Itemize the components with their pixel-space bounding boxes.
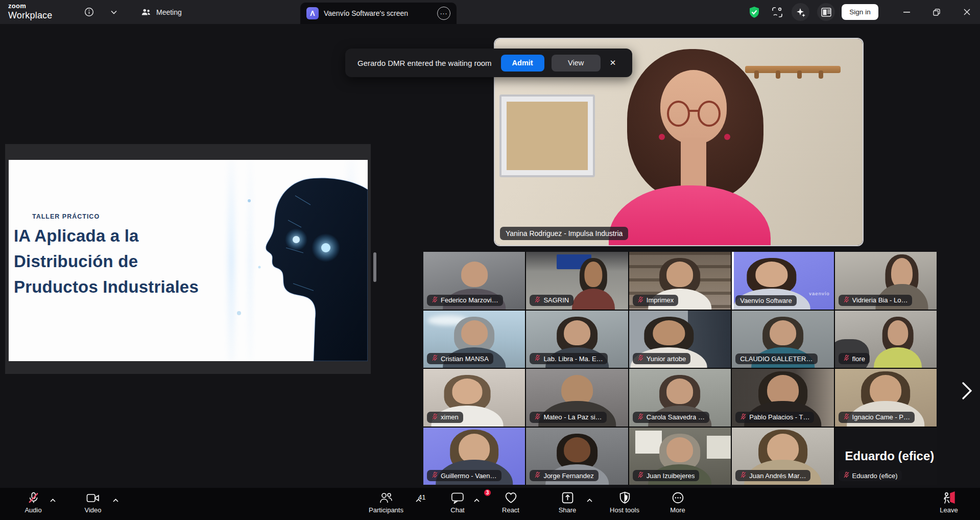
slide-title-line3: Pruductos Industriales xyxy=(14,274,199,300)
participants-options-chevron[interactable] xyxy=(416,495,421,504)
restore-button[interactable] xyxy=(925,0,948,24)
admit-button[interactable]: Admit xyxy=(501,55,544,72)
participant-name-pill: Lab. Libra - Ma. E… xyxy=(530,353,607,364)
participant-name-pill: Jorge Fernandez xyxy=(530,470,598,481)
muted-mic-icon xyxy=(534,413,541,421)
next-page-chevron-icon[interactable] xyxy=(957,379,977,403)
participant-name: Cristian MANSA xyxy=(441,355,489,363)
participants-grid: Federico Marzovi…SAGRINImprimexvaenvíoVa… xyxy=(423,252,937,485)
mic-muted-icon xyxy=(27,491,40,505)
close-button[interactable] xyxy=(955,0,978,24)
participant-tile[interactable]: Guillermo - Vaen… xyxy=(423,428,525,485)
vaenvio-logo-icon: Ʌ xyxy=(306,7,319,19)
shared-screen-stage: TALLER PRÁCTICO IA Aplicada a la Distrib… xyxy=(5,144,371,374)
react-button[interactable]: React xyxy=(483,491,539,514)
participant-tile[interactable]: ximen xyxy=(423,369,525,427)
muted-mic-icon xyxy=(843,296,850,304)
participant-tile[interactable]: vaenvíoVaenvío Software xyxy=(732,252,833,310)
active-speaker-bar xyxy=(732,252,734,310)
participant-name: flore xyxy=(852,355,865,363)
stage-scrollbar-thumb[interactable] xyxy=(373,252,376,282)
banner-close-icon[interactable]: ✕ xyxy=(610,58,616,67)
logo-line2: Workplace xyxy=(8,11,53,20)
participant-tile[interactable]: Yunior artobe xyxy=(629,311,731,368)
participant-name: Mateo - La Paz si… xyxy=(543,413,602,421)
speaker-pink-top xyxy=(609,185,771,245)
audio-label: Audio xyxy=(25,506,41,514)
participant-name-pill: Carola Saavedra … xyxy=(633,412,709,423)
participant-tile[interactable]: Carola Saavedra … xyxy=(629,369,731,427)
participant-name: Yunior artobe xyxy=(647,355,686,363)
tab-shared-screen[interactable]: Ʌ Vaenvío Software's screen ... xyxy=(300,3,457,24)
speaker-glasses xyxy=(667,101,690,127)
participant-tile[interactable]: Cristian MANSA xyxy=(423,311,525,368)
participants-icon: 41 xyxy=(379,491,393,505)
camera-icon xyxy=(86,491,100,505)
participant-tile[interactable]: SAGRIN xyxy=(526,252,628,310)
chat-label: Chat xyxy=(450,506,464,514)
slide-text-panel: TALLER PRÁCTICO IA Aplicada a la Distrib… xyxy=(9,160,219,361)
participant-name-pill: ximen xyxy=(427,412,463,423)
muted-mic-icon xyxy=(740,471,747,480)
tab-meeting[interactable]: Meeting xyxy=(132,0,191,24)
muted-mic-icon xyxy=(534,471,541,480)
participant-name: Ignacio Came - P… xyxy=(852,413,910,421)
participant-offcam-name: Eduardo (efice) xyxy=(845,449,935,463)
video-options-chevron[interactable] xyxy=(113,495,118,504)
participant-name-pill: Imprimex xyxy=(633,295,678,306)
participant-video-silhouette xyxy=(859,311,937,368)
meeting-content: Gerardo DMR entered the waiting room Adm… xyxy=(0,24,980,488)
participant-tile[interactable]: Lab. Libra - Ma. E… xyxy=(526,311,628,368)
sign-in-button[interactable]: Sign in xyxy=(842,4,878,20)
participant-tile[interactable]: Ignacio Came - P… xyxy=(835,369,937,427)
leave-button[interactable]: Leave xyxy=(921,491,977,514)
participants-button[interactable]: 41 Participants xyxy=(358,491,414,514)
participant-name: Vaenvío Software xyxy=(740,297,792,304)
participant-tile[interactable]: Vidrieria Bia - Lo… xyxy=(835,252,937,310)
participant-name: Carola Saavedra … xyxy=(647,413,705,421)
muted-mic-icon xyxy=(432,296,438,304)
more-ellipsis-icon xyxy=(672,491,684,505)
ai-companion-icon[interactable] xyxy=(792,3,809,21)
host-tools-button[interactable]: Host tools xyxy=(596,491,653,514)
participant-tile[interactable]: Pablo Palacios - T… xyxy=(732,369,833,427)
slide-title-line2: Distribución de xyxy=(14,249,199,274)
participant-name-pill: flore xyxy=(839,353,870,364)
participant-tile[interactable]: CLAUDIO GALLETER… xyxy=(732,311,833,368)
muted-mic-icon xyxy=(843,413,850,421)
participant-tile[interactable]: Juan Izuibejeres xyxy=(629,428,731,485)
minimize-button[interactable] xyxy=(895,0,918,24)
participant-tile[interactable]: flore xyxy=(835,311,937,368)
participant-name-pill: Federico Marzovi… xyxy=(427,295,503,306)
participant-tile[interactable]: Imprimex xyxy=(629,252,731,310)
participant-tile[interactable]: Mateo - La Paz si… xyxy=(526,369,628,427)
more-button[interactable]: More xyxy=(650,491,706,514)
waiting-room-banner: Gerardo DMR entered the waiting room Adm… xyxy=(345,49,632,77)
tab-shared-screen-label: Vaenvío Software's screen xyxy=(324,9,408,17)
slide-kicker: TALLER PRÁCTICO xyxy=(32,213,100,220)
view-button[interactable]: View xyxy=(552,55,601,72)
participant-tile[interactable]: Eduardo (efice)Eduardo (efice) xyxy=(835,428,937,485)
participant-tile[interactable]: Federico Marzovi… xyxy=(423,252,525,310)
chat-options-chevron[interactable] xyxy=(474,495,480,504)
participant-name: Vidrieria Bia - Lo… xyxy=(852,296,908,304)
participant-name: ximen xyxy=(441,413,459,421)
security-shield-icon[interactable] xyxy=(746,0,762,24)
view-layout-icon[interactable] xyxy=(817,3,835,21)
meeting-info-icon[interactable] xyxy=(81,0,97,24)
host-tools-label: Host tools xyxy=(610,506,639,514)
muted-mic-icon xyxy=(637,354,644,363)
share-options-chevron[interactable] xyxy=(587,495,592,504)
tab-options-icon[interactable]: ... xyxy=(437,7,450,20)
participant-tile[interactable]: Jorge Fernandez xyxy=(526,428,628,485)
slide-title-line1: IA Aplicada a la xyxy=(14,223,199,249)
participant-tile[interactable]: Juan Andrés Mar… xyxy=(732,428,833,485)
capture-icon[interactable] xyxy=(769,0,785,24)
participant-name-pill: Pablo Palacios - T… xyxy=(735,412,814,423)
participant-name: CLAUDIO GALLETER… xyxy=(740,355,812,363)
participant-name-pill: Ignacio Came - P… xyxy=(839,412,915,423)
participant-name-pill: Mateo - La Paz si… xyxy=(530,412,606,423)
react-label: React xyxy=(502,506,519,514)
audio-options-chevron[interactable] xyxy=(50,495,56,504)
chevron-down-icon[interactable] xyxy=(106,0,122,24)
